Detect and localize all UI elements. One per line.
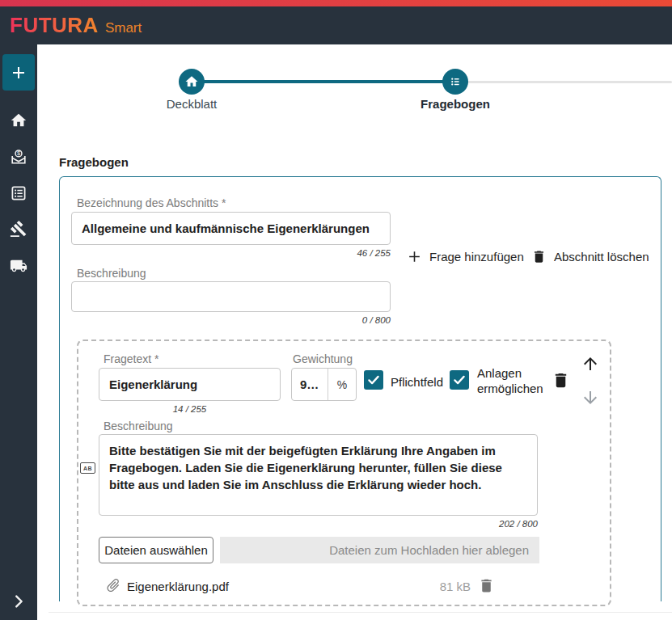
section-description-input[interactable] [71,281,391,312]
check-icon [452,373,467,387]
attachment-file-size: 81 kB [388,580,471,593]
question-text-label: Fragetext * [104,352,158,365]
invoice-inbox-icon: $ [10,148,27,166]
gavel-icon [10,220,27,238]
required-checkbox-label[interactable]: Pflichtfeld [391,374,443,390]
paperclip-icon [105,577,121,593]
delete-question-button[interactable] [552,371,570,390]
weight-field: 9… % [291,368,357,401]
step-label-deckblatt[interactable]: Deckblatt [143,97,240,111]
question-text-counter: 14 / 255 [99,404,281,414]
trash-icon [552,371,570,390]
delete-attachment-button[interactable] [478,577,495,594]
bottom-divider [49,612,672,613]
attachment-file-name[interactable]: Eigenerklärung.pdf [127,580,229,593]
question-description-counter: 202 / 800 [99,519,538,529]
stepper-line-upcoming [455,81,672,83]
choose-files-button[interactable]: Dateien auswählen [99,537,213,563]
weight-label: Gewichtung [293,352,353,365]
step-label-fragebogen[interactable]: Fragebogen [407,97,504,111]
brand-suffix: Smart [105,15,142,36]
move-question-up-button[interactable] [581,354,600,373]
sidebar-item-auctions[interactable] [10,220,27,238]
delete-section-button[interactable]: Abschnitt löschen [531,249,649,264]
trash-icon [478,577,495,594]
delete-section-label: Abschnitt löschen [554,250,649,264]
chevron-right-icon [10,593,27,610]
section-description-label: Beschreibung [77,267,146,280]
section-name-label: Bezeichnung des Abschnitts * [77,196,226,209]
home-icon [184,74,199,89]
sidebar-item-logistics[interactable] [10,257,27,275]
sidebar-item-home[interactable] [10,112,27,129]
sidebar: $ [0,44,37,620]
plus-icon [9,63,28,82]
checklist-icon [10,184,27,202]
add-question-button[interactable]: Frage hinzufügen [407,249,524,264]
section-description-counter: 0 / 800 [71,315,391,325]
add-button[interactable] [2,54,35,91]
step-fragebogen-circle[interactable] [442,69,468,95]
question-description-textarea[interactable]: Bitte bestätigen Sie mit der beigefügten… [99,434,538,516]
home-icon [10,112,27,129]
move-question-down-button[interactable] [581,388,600,407]
arrow-down-icon [581,388,600,407]
section-name-input[interactable]: Allgemeine und kaufmännische Eigenerklär… [71,212,391,245]
weight-input[interactable]: 9… [292,369,328,400]
app-header: FUTURA Smart [0,6,672,44]
brand-logo: FUTURA [10,13,99,38]
file-dropzone[interactable]: Dateien zum Hochladen hier ablegen [220,537,539,563]
trash-icon [531,249,547,264]
svg-text:$: $ [17,150,20,157]
question-description-label: Beschreibung [104,420,173,432]
required-checkbox[interactable] [364,370,383,390]
add-question-label: Frage hinzufügen [429,250,524,264]
attachments-checkbox[interactable] [450,370,469,390]
question-type-badge: AB [80,462,95,474]
truck-icon [10,257,27,275]
top-accent-stripe [0,0,672,6]
section-name-counter: 46 / 255 [71,248,391,258]
stepper-line-done [194,80,453,83]
attachment-icon-wrap [105,577,121,593]
sidebar-item-questionnaires[interactable] [10,184,27,202]
sidebar-item-invoices[interactable]: $ [10,148,27,166]
step-deckblatt-circle[interactable] [179,69,205,95]
page-title: Fragebogen [59,155,129,169]
weight-unit: % [328,369,356,400]
arrow-up-icon [581,354,600,373]
plus-icon [407,249,422,264]
check-icon [366,373,381,387]
list-icon [448,74,463,89]
question-text-input[interactable]: Eigenerklärung [99,368,281,401]
sidebar-expand-button[interactable] [10,593,27,610]
attachments-checkbox-label[interactable]: Anlagen ermöglichen [477,365,552,396]
